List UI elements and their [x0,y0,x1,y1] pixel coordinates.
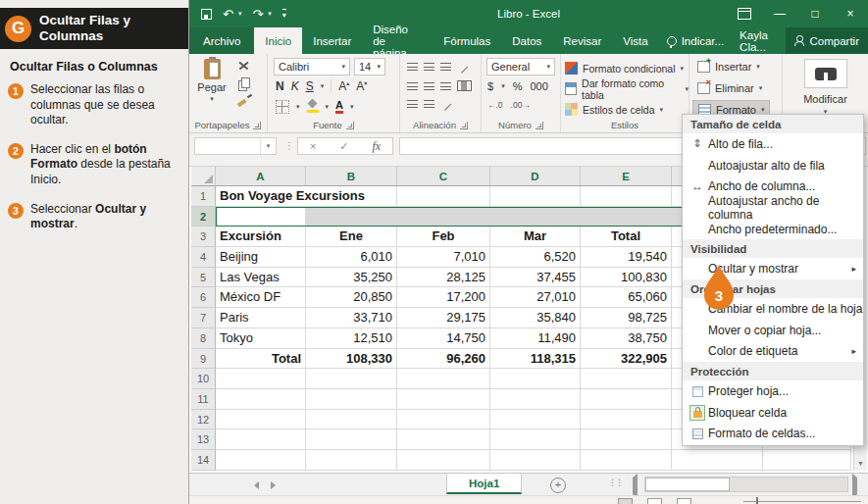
row-header-10[interactable]: 10 [191,369,216,389]
currency-button[interactable]: $ [487,80,493,92]
zoom-slider-track[interactable] [743,501,861,502]
tab-archivo[interactable]: Archivo [189,27,254,54]
cell-d3[interactable]: Mar [490,227,581,247]
menu-item-alto-de-fila[interactable]: Alto de fila... [683,133,863,155]
orientation-icon[interactable] [455,60,468,73]
increase-decimal-icon[interactable]: ←.0 [487,100,503,110]
cell-a1[interactable]: Bon Voyage Excursions [216,186,306,207]
copy-icon[interactable] [236,76,252,90]
cell-b12[interactable] [306,410,397,430]
align-center-icon[interactable] [424,82,434,90]
cell-a12[interactable] [216,410,306,430]
menu-item-proteger-hoja[interactable]: Proteger hoja... [683,380,863,402]
cell-a14[interactable] [216,450,306,471]
menu-item-color-de-etiqueta[interactable]: Color de etiqueta▸ [683,341,863,363]
cell-c6[interactable]: 17,200 [397,287,490,308]
cell-a6[interactable]: México DF [216,287,306,308]
paste-button[interactable]: Pegar ▾ [192,57,231,120]
select-all-corner[interactable] [191,167,216,186]
sheet-tab-hoja1[interactable]: Hoja1 [446,474,522,494]
style-button-formato-condicional[interactable]: Formato condicional▾ [565,59,684,77]
font-color-icon[interactable]: A [335,99,343,114]
column-header-a[interactable]: A [216,167,306,186]
borders-dropdown-icon[interactable]: ▾ [296,103,300,111]
cell-a5[interactable]: Las Vegas [216,268,306,288]
tab-vista[interactable]: Vista [612,27,658,54]
cell-d14[interactable] [490,450,581,471]
cut-icon[interactable] [236,59,252,73]
align-bottom-icon[interactable] [440,63,451,71]
cell-d8[interactable]: 11,490 [490,328,581,349]
cell-b14[interactable] [306,450,397,471]
underline-dropdown-icon[interactable]: ▾ [321,82,325,90]
cells-button-eliminar[interactable]: Eliminar▾ [692,78,767,98]
cell-b9[interactable]: 108,330 [306,349,397,370]
row-header-9[interactable]: 9 [191,349,216,370]
cell-e1[interactable] [581,186,672,207]
menu-item-ancho-predeterminado[interactable]: Ancho predeterminado... [683,219,863,240]
cell-b11[interactable] [306,389,397,410]
cell-e9[interactable]: 322,905 [581,349,672,370]
bold-button[interactable]: N [276,79,284,93]
tab-revisar[interactable]: Revisar [552,27,612,54]
row-header-8[interactable]: 8 [191,328,216,349]
cell-b13[interactable] [306,429,397,450]
zoom-slider-handle[interactable] [756,497,758,504]
menu-item-formato-de-celdas[interactable]: Formato de celdas... [683,424,863,445]
fill-dropdown-icon[interactable]: ▾ [326,103,330,111]
cell-c4[interactable]: 7,010 [397,247,490,268]
cell-d5[interactable]: 37,455 [490,268,581,288]
tell-me-button[interactable]: Indicar... [659,27,732,54]
align-middle-icon[interactable] [424,63,434,71]
tab-datos[interactable]: Datos [501,27,552,54]
number-format-select[interactable]: General ▾ [486,58,555,76]
cell-d1[interactable] [490,186,581,207]
row-header-1[interactable]: 1 [191,186,216,207]
wrap-text-icon[interactable] [438,97,451,110]
cell-d9[interactable]: 118,315 [490,349,581,370]
decrease-indent-icon[interactable] [407,100,418,108]
cell-e10[interactable] [581,369,672,389]
menu-item-bloquear-celda[interactable]: Bloquear celda [683,402,863,424]
maximize-button[interactable]: □ [797,0,833,27]
cell-b2[interactable] [306,207,397,227]
cell-e3[interactable]: Total [581,227,672,247]
cell-e7[interactable]: 98,725 [581,308,672,328]
insert-function-icon[interactable]: fx [372,139,381,154]
tab-insertar[interactable]: Insertar [302,27,362,54]
normal-view-icon[interactable] [618,498,633,504]
dialog-launcher-icon[interactable] [253,122,261,129]
hscroll-thumb[interactable] [645,478,730,491]
ribbon-display-options-icon[interactable] [727,0,762,27]
style-button-estilos-de-celda[interactable]: Estilos de celda▾ [565,100,663,119]
cell-c14[interactable] [397,450,490,471]
column-header-e[interactable]: E [581,167,672,186]
scroll-down-icon[interactable]: ▼ [854,457,867,471]
cell-c7[interactable]: 29,175 [397,308,490,328]
cell-f14[interactable] [672,450,763,471]
align-left-icon[interactable] [407,82,418,90]
tab-diseno-de-pagina[interactable]: Diseño de página [362,27,433,54]
cell-b5[interactable]: 35,250 [306,268,397,288]
cell-c2[interactable] [397,207,490,227]
format-painter-icon[interactable] [236,94,252,108]
splitter-dots[interactable]: ⋮⋮ [608,478,622,487]
menu-item-autoajustar-ancho-de-columna[interactable]: Autoajustar ancho de columna [683,197,863,219]
cell-e11[interactable] [581,389,672,410]
cell-d2[interactable] [490,207,581,227]
align-right-icon[interactable] [440,82,451,90]
share-button[interactable]: Compartir [786,27,868,54]
account-button[interactable]: Kayla Cla... [732,27,785,54]
underline-button[interactable]: S [306,79,314,93]
cell-c9[interactable]: 96,260 [397,349,490,370]
find-select-button[interactable] [804,59,847,88]
merge-center-icon[interactable] [457,80,472,91]
cell-d4[interactable]: 6,520 [490,247,581,268]
cell-a9[interactable]: Total [216,349,306,370]
cell-a11[interactable] [216,389,306,410]
name-box-dropdown-icon[interactable]: ▾ [260,138,276,154]
cell-e13[interactable] [581,429,672,450]
enter-icon[interactable]: ✓ [339,140,348,153]
align-top-icon[interactable] [407,63,418,71]
cell-c10[interactable] [397,369,490,389]
